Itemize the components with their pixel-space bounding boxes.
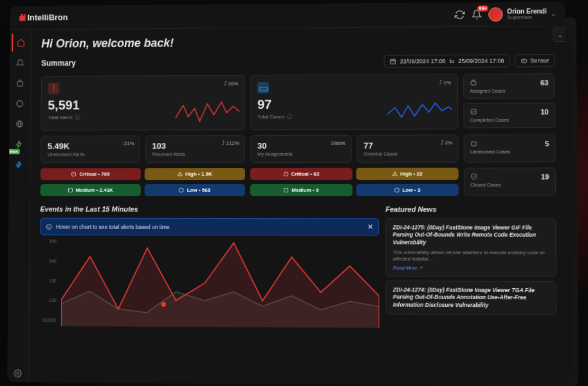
svg-rect-8 xyxy=(472,142,476,146)
low-icon xyxy=(394,187,400,193)
sidebar-item-target[interactable] xyxy=(11,95,29,113)
svg-point-3 xyxy=(17,372,19,374)
pill-cases-high[interactable]: High • 22 xyxy=(356,168,459,180)
pill-alerts-critical[interactable]: Critical • 709 xyxy=(41,168,141,180)
resolved-alerts-card: 212% 103 Resolved Alerts xyxy=(145,135,245,163)
user-role: Supervisor xyxy=(507,14,547,19)
info-icon[interactable]: ⓘ xyxy=(286,114,292,120)
svg-point-11 xyxy=(179,188,184,192)
svg-rect-13 xyxy=(284,188,288,192)
case-icon: ▭ xyxy=(257,82,269,93)
pill-cases-critical[interactable]: Critical • 63 xyxy=(250,168,352,180)
brand-logo: ıllıl IntelliBron xyxy=(19,12,68,23)
pill-cases-low[interactable]: Low • 3 xyxy=(356,184,459,196)
critical-icon xyxy=(283,171,289,177)
bell-icon[interactable]: 99+ xyxy=(472,9,482,19)
sidebar-item-new[interactable]: New xyxy=(11,135,29,153)
unresolved-icon xyxy=(470,140,477,147)
sidebar-item-alerts[interactable] xyxy=(11,54,29,72)
medium-icon xyxy=(68,187,73,193)
refresh-icon[interactable] xyxy=(455,9,465,19)
high-icon xyxy=(392,171,398,177)
news-item[interactable]: ZDI-24-1275: (0Day) FastStone Image View… xyxy=(385,218,556,277)
pill-alerts-high[interactable]: High • 1.9K xyxy=(144,168,245,180)
svg-rect-4 xyxy=(390,60,396,64)
svg-rect-6 xyxy=(471,81,475,85)
overdue-cases-card: 2% 77 Overdue Cases xyxy=(356,134,459,162)
closed-cases-card[interactable]: 19 Closed Cases xyxy=(464,168,556,197)
cases-sparkline xyxy=(387,98,452,124)
high-icon xyxy=(177,171,183,177)
expand-panel-button[interactable]: ⌄ xyxy=(553,28,565,42)
user-menu[interactable]: Orion Erendi Supervisor ⌄ xyxy=(489,6,556,21)
closed-icon xyxy=(470,173,477,180)
total-cases-card: ▭ 1% 97 Total Cases ⓘ xyxy=(250,74,458,130)
svg-point-17 xyxy=(161,302,166,306)
alerts-trend: 30% xyxy=(224,81,238,87)
assigned-icon xyxy=(470,79,477,86)
critical-icon xyxy=(71,171,77,177)
my-assignments-card: Stable 30 My Assignments xyxy=(250,135,351,163)
top-bar: ıllıl IntelliBron 99+ Orion Erendi Super… xyxy=(10,2,565,30)
calendar-icon xyxy=(390,58,396,64)
page-title: Hi Orion, welcome back! xyxy=(41,34,555,51)
logo-icon: ıllıl xyxy=(19,12,24,23)
cases-trend: 1% xyxy=(439,80,451,86)
news-heading: Featured News xyxy=(385,205,556,213)
read-more-link[interactable]: Read More ↗ xyxy=(393,265,549,271)
date-range-picker[interactable]: 22/09/2024 17:08 to 25/09/2024 17:08 xyxy=(383,54,510,68)
pill-alerts-medium[interactable]: Medium • 2.41K xyxy=(41,184,141,196)
events-chart[interactable]: 150 140 130 120 10,000 xyxy=(39,239,379,324)
unresolved-cases-card[interactable]: 5 Unresolved Cases xyxy=(464,134,556,163)
chevron-down-icon: ⌄ xyxy=(551,10,556,17)
low-icon xyxy=(179,187,185,193)
news-item[interactable]: ZDI-24-1274: (0Day) FastStone Image View… xyxy=(386,280,557,315)
sidebar: New xyxy=(7,30,31,382)
chart-hint: Hover on chart to see total alerts based… xyxy=(40,218,379,236)
avatar xyxy=(489,7,503,21)
sidebar-item-home[interactable] xyxy=(12,33,30,51)
unresolved-alerts-card: -31% 5.49K Unresolved Alerts xyxy=(41,136,140,163)
summary-heading: Summary xyxy=(41,59,76,68)
pill-alerts-low[interactable]: Low • 568 xyxy=(144,184,245,196)
sidebar-item-cases[interactable] xyxy=(11,74,29,92)
medium-icon xyxy=(283,187,289,193)
cases-label: Total Cases xyxy=(257,114,284,120)
svg-point-14 xyxy=(394,188,399,192)
alert-icon: ! xyxy=(48,83,60,95)
assigned-cases-card[interactable]: 63 Assigned Cases xyxy=(463,73,555,99)
close-icon[interactable]: ✕ xyxy=(367,223,373,231)
completed-cases-card[interactable]: 10 Completed Cases xyxy=(463,103,555,129)
sidebar-item-network[interactable] xyxy=(11,115,29,133)
completed-icon xyxy=(470,108,477,115)
pill-cases-medium[interactable]: Medium • 9 xyxy=(250,184,352,196)
notif-badge: 99+ xyxy=(477,5,488,11)
svg-rect-10 xyxy=(68,188,72,192)
svg-rect-0 xyxy=(17,81,23,86)
alerts-label: Total Alerts xyxy=(48,115,73,120)
sensor-button[interactable]: Sensor xyxy=(515,54,555,67)
info-icon xyxy=(46,223,52,230)
total-alerts-card: ! 30% 5,591 Total Alerts ⓘ xyxy=(41,75,245,131)
date-from: 22/09/2024 17:08 xyxy=(400,58,446,64)
svg-rect-7 xyxy=(471,109,475,114)
sensor-icon xyxy=(521,57,528,64)
date-to-label: to xyxy=(450,58,455,64)
info-icon[interactable]: ⓘ xyxy=(74,115,80,120)
sidebar-item-settings[interactable] xyxy=(9,364,27,382)
alerts-sparkline xyxy=(176,98,240,124)
date-to: 25/09/2024 17:08 xyxy=(458,58,504,64)
sidebar-item-insight[interactable] xyxy=(10,156,28,174)
brand-text: IntelliBron xyxy=(27,12,68,22)
events-heading: Events in the Last 15 Minutes xyxy=(40,205,379,213)
